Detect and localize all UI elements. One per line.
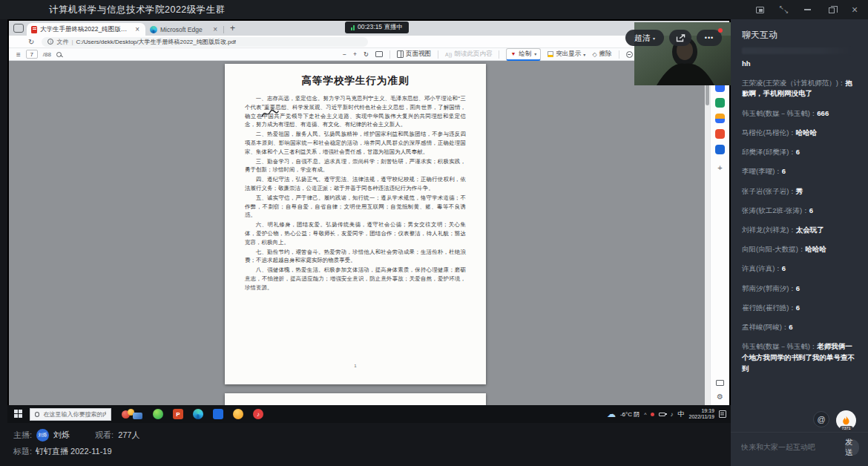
chat-message: 王荣凌(王荣凌（计算机师范）)：抱歉啊，手机刚网没电了 xyxy=(742,78,858,99)
chevron-down-icon[interactable]: ▾ xyxy=(534,51,536,56)
host-avatar[interactable]: 刘烁 xyxy=(36,429,49,442)
like-button[interactable]: 7371 xyxy=(836,410,856,430)
message-text: 哈哈哈 xyxy=(806,245,827,253)
ellipsis-icon: ••• xyxy=(705,34,714,42)
like-count-badge: 7371 xyxy=(839,426,852,431)
tray-app-icon[interactable] xyxy=(651,413,654,416)
close-button[interactable]: × xyxy=(847,4,862,16)
clock-date: 2022/11/19 xyxy=(688,414,714,421)
ime-indicator[interactable]: 中 xyxy=(677,410,684,419)
chevron-down-icon[interactable]: ▾ xyxy=(583,52,585,57)
message-sender: 马楷伦(马楷伦)： xyxy=(742,128,796,137)
hide-toolbar-icon[interactable] xyxy=(626,51,633,58)
notification-dot xyxy=(718,28,723,33)
more-options-button[interactable]: ••• xyxy=(697,30,722,46)
quality-selector[interactable]: 超清 ▾ xyxy=(625,30,664,46)
share-button[interactable] xyxy=(669,30,691,46)
weather-icon[interactable]: ☁ xyxy=(607,409,616,419)
document-paragraph: 二、热爱祖国，服务人民。弘扬民族精神，维护国家利益和民族团结，不参与违反四项基本… xyxy=(245,130,466,156)
document-paragraph: 三、勤奋学习，自强不息。追求真理，崇尚科学；刻苦钻研，严谨求实；积极实践，勇于创… xyxy=(245,157,466,175)
message-sender: 向阳(向阳-大数据)： xyxy=(742,245,806,253)
tab-overview-icon[interactable] xyxy=(13,24,24,33)
tab-close-icon[interactable]: × xyxy=(134,25,141,33)
stream-title: 钉钉直播 2022-11-19 xyxy=(36,446,112,457)
message-text: 6 xyxy=(782,167,786,175)
pdf-page-2 xyxy=(225,393,486,405)
chat-input[interactable] xyxy=(741,443,839,451)
sidebar-app-icon[interactable] xyxy=(715,145,725,154)
volume-icon[interactable]: ♪ xyxy=(670,411,673,418)
maximize-button[interactable] xyxy=(823,4,838,16)
chat-message: 韩玉鹌(数媒－韩玉鹌)：666 xyxy=(742,108,858,119)
tab-close-icon[interactable]: × xyxy=(211,25,219,33)
send-button[interactable]: 发送 xyxy=(845,439,859,456)
minimize-button[interactable] xyxy=(800,4,815,16)
emoji-button[interactable]: @ xyxy=(813,411,829,427)
pdf-scrollbar[interactable] xyxy=(705,61,710,405)
taskbar-app-icon[interactable]: P xyxy=(173,409,183,419)
taskbar-app-icon[interactable] xyxy=(233,409,243,419)
sidebar-add-button[interactable]: + xyxy=(717,163,722,172)
page-view-button[interactable]: 页面视图 xyxy=(397,50,431,59)
sidebar-app-icon[interactable] xyxy=(715,129,725,139)
pip-button[interactable] xyxy=(752,4,767,16)
search-placeholder: 在这里输入你要搜索的内容 xyxy=(43,410,106,419)
stream-controls: 超清 ▾ ••• xyxy=(625,30,722,46)
hidden-icons-chevron[interactable]: ^ xyxy=(644,412,646,417)
search-icon[interactable] xyxy=(56,52,62,57)
message-text: 6 xyxy=(796,303,800,312)
highlight-button[interactable]: 突出显示 ▾ xyxy=(548,50,585,59)
table-of-contents-icon[interactable]: ≡ xyxy=(16,50,21,59)
tab-pdf[interactable]: 大学生手册终稿2022_纯图版后改.pdf × xyxy=(27,23,145,36)
address-field[interactable]: i 文件 | C:/Users/dekk/Desktop/大学生手册终稿2022… xyxy=(42,37,368,47)
new-tab-button[interactable]: + xyxy=(224,23,241,36)
action-center-icon[interactable] xyxy=(719,410,726,418)
rotate-button[interactable]: ↻ xyxy=(364,50,369,58)
viewers-count: 277人 xyxy=(118,430,139,441)
sidebar-app-icon[interactable] xyxy=(715,98,725,108)
browser-urlbar: ↻ i 文件 | C:/Users/dekk/Desktop/大学生手册终稿20… xyxy=(9,36,729,48)
taskbar-app-icon[interactable]: ♪ xyxy=(253,409,263,419)
zoom-out-button[interactable]: − xyxy=(343,50,346,58)
window-controls: ↖↘ × xyxy=(752,3,862,16)
erase-button[interactable]: ◇ 擦除 xyxy=(592,50,611,59)
info-icon: i xyxy=(47,39,53,45)
host-name: 刘烁 xyxy=(53,430,70,441)
chat-message-list[interactable]: hh 王荣凌(王荣凌（计算机师范）)：抱歉啊，手机刚网没电了 韩玉鹌(数媒－韩玉… xyxy=(731,46,868,405)
message-sender: 张涛(软工2班-张涛)： xyxy=(742,206,809,214)
page-total: /88 xyxy=(43,51,51,58)
highlighter-icon xyxy=(548,51,553,57)
reload-icon[interactable]: ↻ xyxy=(28,38,34,46)
screen-share-area: 大学生手册终稿2022_纯图版后改.pdf × Microsoft Edge ×… xyxy=(7,19,731,423)
taskbar-app-icon[interactable] xyxy=(153,409,163,419)
battery-icon[interactable] xyxy=(659,413,665,416)
taskbar-app-icon[interactable] xyxy=(213,409,223,419)
tab-edge[interactable]: Microsoft Edge × xyxy=(145,23,223,36)
fullscreen-button[interactable]: ↖↘ xyxy=(776,4,791,16)
screen: 计算机科学与信息技术学院2022级学生群 ↖↘ × 大学生手册终稿2022_纯图… xyxy=(0,0,868,466)
edge-sidebar: + ⚙ xyxy=(710,61,729,405)
read-aloud-button[interactable]: A)) 朗读此页内容 xyxy=(445,50,492,59)
gear-icon[interactable]: ⚙ xyxy=(717,393,723,401)
start-button[interactable] xyxy=(14,410,23,419)
draw-button[interactable]: ▼ 绘制 ▾ xyxy=(506,48,541,61)
pen-icon: ▼ xyxy=(510,51,516,56)
temperature-text[interactable]: -6°C 阴 xyxy=(620,410,640,419)
window-titlebar: 计算机科学与信息技术学院2022级学生群 ↖↘ × xyxy=(0,0,868,19)
taskbar-app-icon[interactable] xyxy=(193,409,203,419)
live-info-bar: 主播: 刘烁 刘烁 观看: 277人 标题: 钉钉直播 2022-11-19 xyxy=(0,423,731,466)
viewers-label: 观看: xyxy=(95,430,114,441)
pdf-page-1: 高等学校学生行为准则 一、志存高远，坚定信念。努力学习马克思列宁主义、毛泽东思想… xyxy=(225,64,486,384)
clipped-message xyxy=(742,47,853,54)
page-number-input[interactable]: 7 xyxy=(26,50,38,59)
fit-page-icon[interactable] xyxy=(375,51,383,57)
taskbar-search[interactable]: 在这里输入你要搜索的内容 xyxy=(30,408,111,421)
sidebar-collapse-icon[interactable] xyxy=(716,380,724,386)
zoom-in-button[interactable]: + xyxy=(353,50,357,58)
chat-message: 邱樊泽(邱樊泽)：6 xyxy=(742,147,858,158)
sidebar-app-icon[interactable] xyxy=(715,114,725,123)
taskbar-clock[interactable]: 19:19 2022/11/19 xyxy=(688,408,714,421)
news-widget-thumbnail[interactable] xyxy=(122,410,142,419)
message-text: 6 xyxy=(789,323,792,331)
message-sender: 崔行皓(崔行皓)： xyxy=(742,303,796,312)
